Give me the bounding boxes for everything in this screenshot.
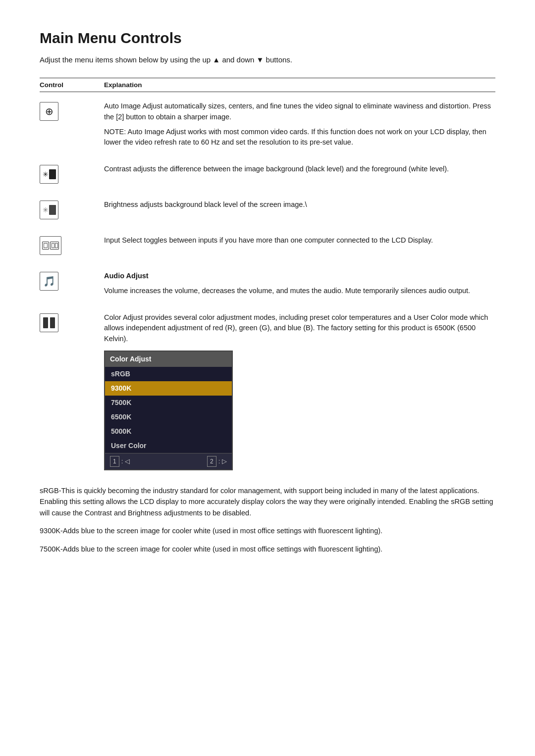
icon-cell: ✳ xyxy=(40,200,104,219)
column-control-header: Control xyxy=(40,81,104,89)
input-select-explanation: Input Select toggles between inputs if y… xyxy=(104,235,495,246)
input-select-icon xyxy=(40,236,61,255)
k7500-paragraph: 7500K-Adds blue to the screen image for … xyxy=(40,544,495,554)
color-adjust-items: sRGB 9300K 7500K 6500K 5000K User Color xyxy=(105,367,232,453)
icon-cell: ✳ xyxy=(40,164,104,184)
icon-cell xyxy=(40,312,104,332)
table-row: 🎵 Audio Adjust Volume increases the volu… xyxy=(40,262,495,303)
contrast-explanation: Contrast adjusts the difference between … xyxy=(104,164,495,175)
color-option-7500k[interactable]: 7500K xyxy=(105,396,232,410)
brightness-icon: ✳ xyxy=(40,201,58,219)
auto-image-explanation: Auto Image Adjust automatically sizes, c… xyxy=(104,101,495,148)
intro-text: Adjust the menu items shown below by usi… xyxy=(40,55,495,64)
table-row: ⊕ Auto Image Adjust automatically sizes,… xyxy=(40,92,495,155)
footer-btn1: 1 : ◁ xyxy=(110,456,130,467)
color-option-user-color[interactable]: User Color xyxy=(105,439,232,453)
column-explanation-header: Explanation xyxy=(104,81,495,89)
color-adjust-icon xyxy=(40,313,58,332)
color-option-6500k[interactable]: 6500K xyxy=(105,410,232,424)
audio-adjust-icon: 🎵 xyxy=(40,272,58,291)
contrast-icon: ✳ xyxy=(40,165,58,184)
color-adjust-menu: Color Adjust sRGB 9300K 7500K 6500K 5000… xyxy=(104,351,233,470)
brightness-explanation: Brightness adjusts background black leve… xyxy=(104,200,495,210)
color-option-9300k[interactable]: 9300K xyxy=(105,381,232,396)
table-body: ⊕ Auto Image Adjust automatically sizes,… xyxy=(40,92,495,477)
color-option-srgb[interactable]: sRGB xyxy=(105,367,232,381)
table-row: Color Adjust provides several color adju… xyxy=(40,303,495,477)
icon-cell: 🎵 xyxy=(40,271,104,291)
footer-btn2: 2 : ▷ xyxy=(207,456,227,467)
icon-cell: ⊕ xyxy=(40,101,104,121)
table-row: ✳ Contrast adjusts the difference betwee… xyxy=(40,155,495,191)
color-adjust-explanation: Color Adjust provides several color adju… xyxy=(104,312,495,470)
table-row: ✳ Brightness adjusts background black le… xyxy=(40,191,495,226)
color-option-5000k[interactable]: 5000K xyxy=(105,424,232,439)
auto-image-adjust-icon: ⊕ xyxy=(40,102,58,121)
srgb-paragraph: sRGB-This is quickly becoming the indust… xyxy=(40,485,495,518)
table-header: Control Explanation xyxy=(40,78,495,92)
color-adjust-footer: 1 : ◁ 2 : ▷ xyxy=(105,453,232,469)
audio-explanation: Audio Adjust Volume increases the volume… xyxy=(104,271,495,297)
page-title: Main Menu Controls xyxy=(40,30,495,47)
icon-cell xyxy=(40,235,104,255)
k9300-paragraph: 9300K-Adds blue to the screen image for … xyxy=(40,525,495,536)
color-adjust-menu-title: Color Adjust xyxy=(105,352,232,367)
table-row: Input Select toggles between inputs if y… xyxy=(40,226,495,262)
